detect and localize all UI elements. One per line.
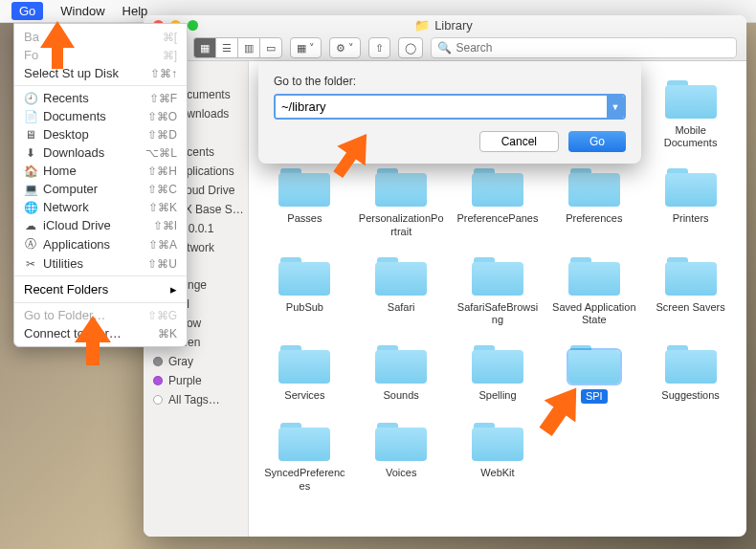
folder-label: PubSub <box>286 301 323 314</box>
folder-label: Sounds <box>384 389 419 402</box>
folder-item[interactable]: Mobile Documents <box>646 78 735 149</box>
folder-label: PersonalizationPortrait <box>358 212 444 237</box>
folder-item[interactable]: Sounds <box>357 343 446 404</box>
view-column-button[interactable]: ▥ <box>237 37 259 58</box>
menu-utilities[interactable]: ✂Utilities⇧⌘U <box>14 254 187 273</box>
folder-title-icon: 📁 <box>414 18 430 33</box>
folder-label: Spelling <box>478 389 516 402</box>
folder-icon <box>373 421 429 463</box>
menu-applications[interactable]: ⒶApplications⇧⌘A <box>14 234 187 254</box>
annotation-arrow <box>36 21 78 73</box>
folder-item[interactable]: SafariSafeBrowsing <box>454 255 543 326</box>
menu-icloud-drive[interactable]: ☁iCloud Drive⇧⌘I <box>14 216 187 234</box>
folder-label: PreferencePanes <box>456 212 538 225</box>
folder-icon <box>277 255 332 297</box>
menu-window[interactable]: Window <box>60 4 104 18</box>
folder-item[interactable]: WebKit <box>454 421 543 492</box>
zoom-icon[interactable] <box>188 20 198 31</box>
folder-item[interactable]: Printers <box>646 166 735 237</box>
menu-desktop[interactable]: 🖥Desktop⇧⌘D <box>14 125 187 143</box>
folder-label: Mobile Documents <box>648 124 734 149</box>
menu-recent-folders[interactable]: Recent Folders▸ <box>14 279 187 299</box>
view-buttons[interactable]: ▦ ☰ ▥ ▭ <box>193 37 282 58</box>
folder-icon <box>470 255 525 297</box>
svg-marker-1 <box>75 316 111 365</box>
tag-dot-icon <box>153 376 163 385</box>
search-input[interactable] <box>456 41 730 55</box>
icloud-icon: ☁ <box>24 219 37 232</box>
network-icon: 🌐 <box>24 201 37 214</box>
documents-icon: 📄 <box>24 110 37 123</box>
folder-icon <box>373 343 429 385</box>
menu-recents[interactable]: 🕘Recents⇧⌘F <box>14 89 187 107</box>
sidebar-tag[interactable]: Gray <box>144 352 248 371</box>
menu-go[interactable]: Go <box>11 2 43 20</box>
folder-label: Services <box>284 389 324 402</box>
folder-item[interactable]: PubSub <box>260 255 349 326</box>
svg-marker-2 <box>324 129 378 183</box>
folder-icon <box>567 166 622 209</box>
recents-icon: 🕘 <box>24 92 37 105</box>
folder-item[interactable]: Preferences <box>549 166 638 237</box>
folder-item[interactable]: Safari <box>357 255 446 326</box>
desktop-icon: 🖥 <box>24 128 37 142</box>
sidebar-tag-label: Gray <box>168 355 193 368</box>
sidebar-tag[interactable]: Purple <box>144 371 248 390</box>
menu-downloads[interactable]: ⬇Downloads⌥⌘L <box>14 143 187 162</box>
folder-icon <box>373 166 429 209</box>
folder-icon <box>277 343 332 385</box>
share-button[interactable]: ⇧ <box>368 37 390 58</box>
folder-icon <box>470 343 525 385</box>
home-icon: 🏠 <box>24 165 37 178</box>
folder-icon <box>277 421 332 463</box>
downloads-icon: ⬇ <box>24 146 37 160</box>
search-icon: 🔍 <box>437 41 452 55</box>
search-field[interactable]: 🔍 <box>431 37 737 58</box>
folder-label: SyncedPreferences <box>261 467 347 492</box>
view-list-button[interactable]: ☰ <box>215 37 237 58</box>
tag-dot-icon <box>153 357 163 366</box>
folder-icon <box>470 166 525 209</box>
view-gallery-button[interactable]: ▭ <box>259 37 282 58</box>
folder-item[interactable]: SyncedPreferences <box>260 421 349 492</box>
sidebar-tag-label: Purple <box>168 374 202 387</box>
folder-item[interactable]: Spelling <box>454 343 543 404</box>
folder-item[interactable]: Voices <box>357 421 446 492</box>
go-to-folder-input[interactable] <box>276 96 607 118</box>
folder-label: SafariSafeBrowsing <box>455 301 541 326</box>
folder-icon <box>663 343 719 385</box>
folder-label: Screen Savers <box>656 301 725 314</box>
folder-icon <box>663 166 719 209</box>
folder-label: Preferences <box>566 212 622 225</box>
folder-label: Saved Application State <box>551 301 637 326</box>
menu-documents[interactable]: 📄Documents⇧⌘O <box>14 107 187 125</box>
menu-computer[interactable]: 💻Computer⇧⌘C <box>14 180 187 198</box>
folder-item[interactable]: Suggestions <box>646 343 735 404</box>
menu-help[interactable]: Help <box>122 4 148 18</box>
folder-label: Safari <box>388 301 415 314</box>
menu-home[interactable]: 🏠Home⇧⌘H <box>14 162 187 180</box>
folder-item[interactable]: Screen Savers <box>646 255 735 326</box>
folder-item[interactable]: PreferencePanes <box>454 166 543 237</box>
sidebar-all-tags[interactable]: All Tags… <box>144 390 248 409</box>
chevron-right-icon: ▸ <box>170 282 177 296</box>
arrange-button[interactable]: ▦ ˅ <box>290 37 322 58</box>
folder-icon <box>567 255 622 297</box>
folder-item[interactable]: Saved Application State <box>549 255 638 326</box>
menu-network[interactable]: 🌐Network⇧⌘K <box>14 198 187 216</box>
folder-item[interactable]: Services <box>260 343 349 404</box>
folder-label: Printers <box>673 212 709 225</box>
view-icon-button[interactable]: ▦ <box>193 37 215 58</box>
combo-dropdown-icon[interactable]: ▼ <box>607 96 624 118</box>
go-button[interactable]: Go <box>568 131 626 152</box>
folder-icon <box>470 421 525 463</box>
folder-label: Suggestions <box>661 389 720 402</box>
folder-icon <box>663 78 719 121</box>
action-button[interactable]: ⚙ ˅ <box>329 37 361 58</box>
tags-button[interactable]: ◯ <box>398 37 423 58</box>
annotation-arrow <box>531 383 589 440</box>
annotation-arrow <box>324 129 378 183</box>
folder-icon <box>373 255 429 297</box>
folder-label: WebKit <box>480 467 514 479</box>
cancel-button[interactable]: Cancel <box>479 131 559 152</box>
